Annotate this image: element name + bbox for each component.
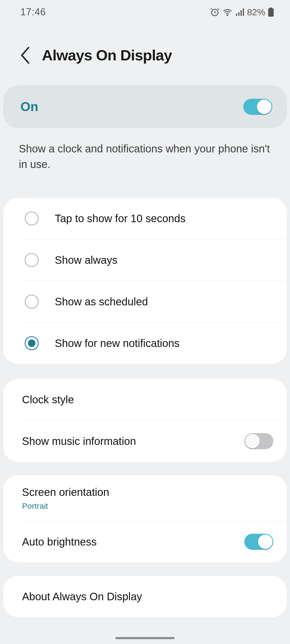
radio-icon bbox=[25, 211, 39, 225]
about-row[interactable]: About Always On Display bbox=[3, 576, 287, 617]
auto-brightness-switch[interactable] bbox=[244, 534, 273, 550]
feature-description: Show a clock and notifications when your… bbox=[0, 128, 290, 188]
master-toggle-row[interactable]: On bbox=[3, 86, 287, 128]
orientation-value: Portrait bbox=[22, 501, 273, 511]
style-card: Clock style Show music information bbox=[3, 379, 287, 462]
svg-rect-4 bbox=[241, 10, 242, 16]
svg-rect-6 bbox=[268, 8, 274, 17]
signal-icon bbox=[235, 8, 244, 17]
svg-rect-3 bbox=[238, 12, 239, 16]
master-toggle-switch[interactable] bbox=[243, 99, 272, 115]
svg-point-1 bbox=[227, 15, 228, 16]
music-info-row[interactable]: Show music information bbox=[3, 420, 287, 462]
music-info-switch[interactable] bbox=[244, 433, 273, 449]
radio-icon bbox=[25, 253, 39, 267]
svg-rect-5 bbox=[243, 8, 244, 16]
alarm-icon bbox=[210, 7, 220, 17]
auto-brightness-row[interactable]: Auto brightness bbox=[3, 521, 287, 562]
page-title: Always On Display bbox=[42, 46, 172, 65]
clock-style-row[interactable]: Clock style bbox=[3, 379, 287, 420]
mode-option-notifications[interactable]: Show for new notifications bbox=[3, 323, 287, 364]
wifi-icon bbox=[222, 7, 233, 17]
status-bar: 17:46 82% bbox=[0, 0, 290, 24]
orientation-row[interactable]: Screen orientation Portrait bbox=[3, 475, 287, 521]
clock-style-label: Clock style bbox=[22, 393, 74, 407]
page-header: Always On Display bbox=[0, 24, 290, 81]
music-info-label: Show music information bbox=[22, 434, 136, 448]
mode-label: Tap to show for 10 seconds bbox=[55, 211, 186, 225]
display-mode-card: Tap to show for 10 seconds Show always S… bbox=[3, 198, 287, 364]
orientation-label: Screen orientation bbox=[22, 485, 273, 499]
display-card: Screen orientation Portrait Auto brightn… bbox=[3, 475, 287, 562]
about-label: About Always On Display bbox=[22, 590, 142, 603]
auto-brightness-label: Auto brightness bbox=[22, 535, 97, 549]
mode-label: Show for new notifications bbox=[55, 336, 180, 350]
mode-option-tap[interactable]: Tap to show for 10 seconds bbox=[3, 198, 287, 239]
svg-rect-2 bbox=[236, 14, 237, 16]
radio-icon bbox=[25, 336, 39, 350]
status-time: 17:46 bbox=[20, 6, 46, 19]
mode-option-scheduled[interactable]: Show as scheduled bbox=[3, 281, 287, 322]
mode-label: Show as scheduled bbox=[55, 295, 148, 309]
about-card: About Always On Display bbox=[3, 576, 287, 617]
radio-icon bbox=[25, 295, 39, 309]
battery-percent: 82% bbox=[247, 6, 265, 18]
mode-label: Show always bbox=[55, 253, 117, 267]
mode-option-always[interactable]: Show always bbox=[3, 239, 287, 281]
back-icon[interactable] bbox=[19, 46, 31, 65]
status-icons: 82% bbox=[210, 6, 274, 18]
home-indicator[interactable] bbox=[115, 637, 175, 639]
battery-icon bbox=[268, 8, 274, 17]
master-toggle-label: On bbox=[20, 98, 38, 115]
svg-rect-7 bbox=[270, 8, 272, 9]
